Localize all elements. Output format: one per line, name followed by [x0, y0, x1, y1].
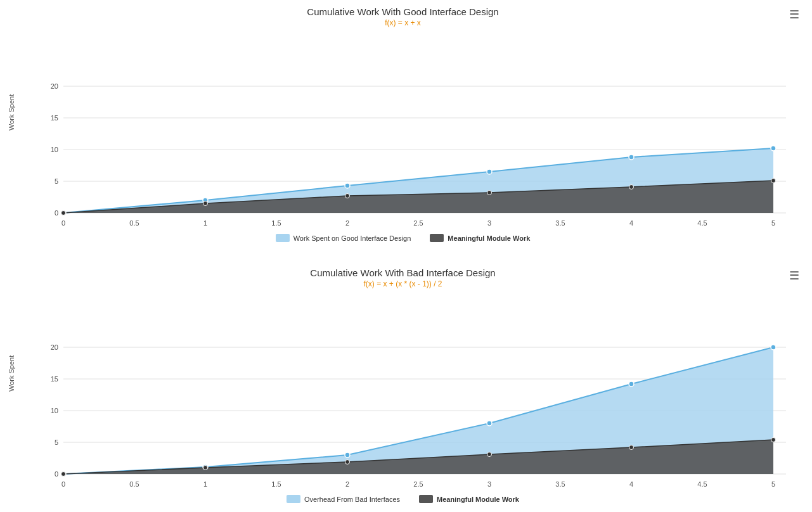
svg-text:2: 2 — [345, 219, 349, 227]
chart2-legend-blue-label: Overhead From Bad Interfaces — [304, 496, 400, 503]
chart2-blue-point-4 — [629, 381, 634, 387]
svg-text:20: 20 — [51, 82, 58, 90]
svg-text:3.5: 3.5 — [555, 480, 565, 488]
chart1-blue-point-5 — [771, 146, 776, 151]
svg-text:3.5: 3.5 — [555, 219, 565, 227]
chart2-blue-point-5 — [771, 345, 776, 350]
chart1-container: ☰ Cumulative Work With Good Interface De… — [0, 0, 812, 255]
chart2-legend-dark-label: Meaningful Module Work — [437, 496, 519, 503]
svg-text:4: 4 — [629, 480, 633, 488]
chart1-legend: Work Spent on Good Interface Design Mean… — [6, 234, 799, 242]
chart1-blue-point-2 — [345, 183, 350, 188]
svg-text:0: 0 — [55, 209, 58, 217]
chart2-legend: Overhead From Bad Interfaces Meaningful … — [6, 495, 799, 503]
chart2-legend-dark-swatch — [419, 495, 433, 503]
chart1-dark-point-2 — [345, 194, 350, 198]
chart1-dark-point-3 — [487, 191, 492, 195]
chart2-dark-point-0 — [61, 472, 66, 477]
svg-text:15: 15 — [51, 375, 58, 383]
chart2-legend-blue: Overhead From Bad Interfaces — [287, 495, 400, 503]
svg-text:3: 3 — [487, 480, 491, 488]
svg-text:5: 5 — [771, 480, 775, 488]
chart1-legend-blue: Work Spent on Good Interface Design — [276, 234, 411, 242]
svg-text:2.5: 2.5 — [413, 219, 423, 227]
chart2-dark-point-1 — [203, 466, 208, 470]
svg-text:15: 15 — [51, 114, 58, 122]
chart2-menu-icon[interactable]: ☰ — [789, 269, 799, 283]
chart1-dark-point-1 — [203, 202, 208, 206]
chart1-blue-point-4 — [629, 155, 634, 160]
chart1-legend-dark-swatch — [430, 234, 444, 242]
chart2-y-label: Work Spent — [8, 355, 15, 392]
chart1-dark-point-0 — [61, 211, 66, 215]
chart2-dark-point-5 — [771, 438, 776, 442]
svg-text:4: 4 — [629, 219, 633, 227]
svg-text:0: 0 — [61, 480, 65, 488]
svg-text:3: 3 — [487, 219, 491, 227]
chart2-svg: 0 5 10 15 20 0 0.5 1 1.5 2 2.5 3 3.5 4 4… — [38, 293, 799, 490]
chart2-legend-blue-swatch — [287, 495, 300, 503]
chart1-y-label: Work Spent — [8, 94, 15, 131]
chart1-area: Work Spent 0 5 10 15 20 0 0 — [38, 32, 787, 229]
svg-text:2: 2 — [345, 480, 349, 488]
chart2-blue-point-2 — [345, 452, 350, 458]
chart2-blue-point-3 — [487, 421, 492, 426]
chart1-legend-blue-label: Work Spent on Good Interface Design — [293, 234, 411, 242]
page-wrapper: ☰ Cumulative Work With Good Interface De… — [0, 0, 812, 512]
svg-text:2.5: 2.5 — [413, 480, 423, 488]
chart1-svg: 0 5 10 15 20 0 0.5 1 1.5 2 2.5 3 3.5 4 4… — [38, 32, 799, 229]
chart2-dark-point-2 — [345, 460, 350, 464]
chart2-dark-point-3 — [487, 452, 492, 457]
chart1-legend-blue-swatch — [276, 234, 290, 242]
chart1-title: Cumulative Work With Good Interface Desi… — [6, 6, 799, 17]
chart1-dark-point-4 — [629, 185, 634, 189]
svg-text:20: 20 — [51, 343, 58, 351]
chart2-area: Work Spent 0 5 10 15 20 0 0.5 1 1.5 2 — [38, 293, 787, 490]
chart1-dark-point-5 — [771, 179, 776, 183]
chart2-container: ☰ Cumulative Work With Bad Interface Des… — [0, 261, 812, 512]
chart1-legend-dark: Meaningful Module Work — [430, 234, 530, 242]
svg-text:5: 5 — [771, 219, 775, 227]
svg-text:0: 0 — [61, 219, 65, 227]
svg-text:5: 5 — [55, 438, 58, 446]
chart2-subtitle: f(x) = x + (x * (x - 1)) / 2 — [6, 279, 799, 288]
svg-text:1.5: 1.5 — [271, 219, 281, 227]
svg-text:0.5: 0.5 — [129, 219, 139, 227]
svg-text:5: 5 — [55, 177, 58, 185]
chart1-subtitle: f(x) = x + x — [6, 18, 799, 27]
chart1-legend-dark-label: Meaningful Module Work — [448, 234, 530, 242]
svg-text:10: 10 — [51, 146, 58, 153]
svg-text:1: 1 — [203, 219, 207, 227]
svg-text:0: 0 — [55, 470, 58, 478]
svg-text:10: 10 — [51, 407, 58, 414]
svg-text:4.5: 4.5 — [697, 480, 707, 488]
svg-text:1.5: 1.5 — [271, 480, 281, 488]
chart1-blue-point-3 — [487, 169, 492, 174]
chart2-dark-point-4 — [629, 445, 634, 450]
chart2-legend-dark: Meaningful Module Work — [419, 495, 519, 503]
svg-text:4.5: 4.5 — [697, 219, 707, 227]
svg-text:1: 1 — [203, 480, 207, 488]
chart2-title: Cumulative Work With Bad Interface Desig… — [6, 267, 799, 278]
chart1-menu-icon[interactable]: ☰ — [789, 8, 799, 22]
svg-text:0.5: 0.5 — [129, 480, 139, 488]
